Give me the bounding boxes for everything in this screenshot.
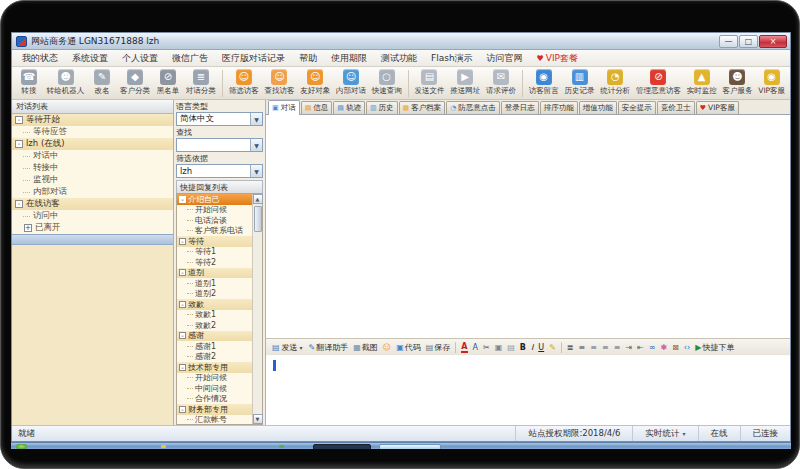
menu-flash-demo[interactable]: Flash演示 — [424, 50, 480, 66]
quickreply-item[interactable]: 致歉1 — [177, 310, 252, 321]
menu-help[interactable]: 帮助 — [292, 50, 324, 66]
copy-button[interactable]: ▣ — [493, 341, 505, 354]
quickreply-item[interactable]: 电话洽谈 — [177, 215, 252, 226]
quickreply-item[interactable]: 感谢1 — [177, 341, 252, 352]
tree-toggle-icon[interactable]: - — [15, 116, 23, 124]
tree-waiting-start[interactable]: - 等待开始 — [12, 114, 173, 126]
toolbar-button[interactable] — [522, 70, 523, 97]
block-malicious-button[interactable]: ⊘ 管理恶意访客 — [633, 68, 684, 99]
bold-button[interactable]: B — [518, 341, 528, 354]
quickreply-item[interactable]: 开始问候 — [177, 205, 252, 216]
minimize-button[interactable]: — — [719, 35, 738, 48]
quickreply-item[interactable]: 等待1 — [177, 247, 252, 258]
tab-sort[interactable]: 排序功能 — [540, 101, 578, 114]
tree-toggle-icon[interactable]: - — [179, 238, 186, 245]
font-color-button[interactable]: A — [459, 341, 469, 354]
quickreply-item[interactable]: 感谢2 — [177, 352, 252, 363]
screenshot-button[interactable]: ▦ 截图 — [351, 341, 380, 354]
menu-usage-period[interactable]: 使用期限 — [324, 50, 374, 66]
maximize-button[interactable]: □ — [739, 35, 758, 48]
font-button[interactable]: A — [471, 341, 480, 354]
internal-chat-button[interactable]: ☺ 内部对话 — [333, 68, 369, 99]
align-left-button[interactable]: ≡ — [588, 341, 599, 354]
eraser-button[interactable]: ⊠ — [670, 341, 681, 354]
find-visitor-button[interactable]: ☺ 查找访客 — [262, 68, 298, 99]
tab-customer-file[interactable]: ▦ 客户档案 — [399, 101, 446, 114]
menu-medical-chat-log[interactable]: 医疗版对话记录 — [215, 50, 292, 66]
taskbar-app-button-1[interactable] — [313, 444, 371, 449]
filter-select[interactable]: lzh ▼ — [176, 164, 263, 178]
quick-search-button[interactable]: ○ 快速查询 — [369, 68, 405, 99]
toolbar-button[interactable] — [222, 70, 223, 97]
compose-button[interactable] — [561, 342, 562, 353]
push-url-button[interactable]: ▶ 推送网址 — [447, 68, 483, 99]
tab-info[interactable]: ▤ 信息 — [301, 101, 333, 114]
quickreply-item[interactable]: 合作情况 — [177, 394, 252, 405]
tree-visiting[interactable]: 访问中 — [12, 210, 173, 222]
close-button[interactable]: × — [759, 35, 787, 48]
quickreply-item[interactable]: 道别1 — [177, 278, 252, 289]
blacklist-button[interactable]: ⊘ 黑名单 — [153, 68, 183, 99]
visitor-message-button[interactable]: ◉ 访客留言 — [526, 68, 562, 99]
quickreply-item[interactable]: 等待2 — [177, 257, 252, 268]
chevron-down-icon[interactable]: ▼ — [250, 165, 262, 177]
tree-toggle-icon[interactable]: - — [179, 332, 186, 339]
menu-personal-settings[interactable]: 个人设置 — [115, 50, 165, 66]
tree-toggle-icon[interactable]: - — [179, 269, 186, 276]
tree-waiting-answer[interactable]: 等待应答 — [12, 126, 173, 138]
realtime-monitor-button[interactable]: ▲ 实时监控 — [684, 68, 720, 99]
menu-system-settings[interactable]: 系统设置 — [65, 50, 115, 66]
statistics-button[interactable]: ◔ 统计分析 — [597, 68, 633, 99]
tree-left[interactable]: + 已离开 — [12, 222, 173, 234]
align-right-button[interactable]: ≡ — [612, 341, 623, 354]
decoration-button[interactable]: ✱ — [658, 341, 669, 354]
indent-button[interactable]: ⇥ — [623, 341, 634, 354]
message-input[interactable] — [266, 355, 790, 425]
tab-bidding-guard[interactable]: 竞价卫士 — [657, 101, 695, 114]
tree-toggle-icon[interactable]: - — [179, 196, 186, 203]
chevron-down-icon[interactable]: ▼ — [250, 113, 262, 125]
translate-helper-button[interactable]: ✎ 翻译助手 — [307, 341, 351, 354]
save-button[interactable]: ▤ 保存 — [424, 341, 453, 354]
menu-vip-package[interactable]: ♥ VIP套餐 — [530, 50, 585, 66]
code-view-button[interactable]: ‹› — [682, 341, 692, 354]
send-button[interactable]: ▤ 发送 ▾ — [269, 341, 306, 354]
request-rating-button[interactable]: ✉ 请求评价 — [483, 68, 519, 99]
transfer-button[interactable]: ☎ 转接 — [14, 68, 44, 99]
quickreply-item[interactable]: - 等待 — [177, 236, 252, 247]
tree-toggle-icon[interactable]: - — [15, 140, 23, 148]
scroll-up-icon[interactable]: ▲ — [253, 194, 263, 204]
quick-reply-scrollbar[interactable]: ▲ ▼ — [252, 194, 262, 424]
menu-official-site[interactable]: 访问官网 — [480, 50, 530, 66]
quickreply-item[interactable]: 致歉2 — [177, 320, 252, 331]
quick-order-button[interactable]: ▶ 快捷下单 — [693, 341, 736, 354]
realtime-stats-dropdown[interactable]: 实时统计 ▾ — [632, 426, 697, 441]
tab-value-added[interactable]: 增值功能 — [579, 101, 617, 114]
search-select[interactable]: ▼ — [176, 138, 263, 152]
customer-service-button[interactable]: ☻ 客户服务 — [720, 68, 756, 99]
tree-toggle-icon[interactable]: - — [179, 364, 186, 371]
paste-button[interactable]: ▤ — [505, 341, 517, 354]
menu-wechat-ads[interactable]: 微信广告 — [165, 50, 215, 66]
quickreply-item[interactable]: - 致歉 — [177, 299, 252, 310]
tree-toggle-icon[interactable]: - — [179, 301, 186, 308]
tab-security-tips[interactable]: 安全提示 — [618, 101, 656, 114]
tree-online-visitors[interactable]: - 在线访客 — [12, 198, 173, 210]
vip-service-button[interactable]: ◉ VIP客服 — [755, 68, 788, 99]
code-button[interactable]: ▣ 代码 — [394, 341, 423, 354]
toolbar-button[interactable] — [408, 70, 409, 97]
align-center-button[interactable]: ≡ — [600, 341, 611, 354]
tree-agent-lzh[interactable]: - lzh (在线) — [12, 138, 173, 150]
tree-toggle-icon[interactable]: - — [15, 200, 23, 208]
history-button[interactable]: ▥ 历史记录 — [562, 68, 598, 99]
tree-toggle-icon[interactable]: - — [179, 406, 186, 413]
menu-my-status[interactable]: 我的状态 — [15, 50, 65, 66]
quickreply-item[interactable]: - 财务部专用 — [177, 404, 252, 415]
tab-anti-malicious-click[interactable]: ◔ 防恶意点击 — [446, 101, 500, 114]
scrollbar-thumb[interactable] — [254, 206, 262, 232]
quickreply-item[interactable]: - 介绍自己 — [177, 194, 252, 205]
tree-internal-chat[interactable]: 内部对话 — [12, 186, 173, 198]
tab-chat[interactable]: ▣ 对话 — [268, 100, 300, 115]
robot-transfer-button[interactable]: ☻ 转给机器人 — [44, 68, 87, 99]
send-file-button[interactable]: ▤ 发送文件 — [412, 68, 448, 99]
